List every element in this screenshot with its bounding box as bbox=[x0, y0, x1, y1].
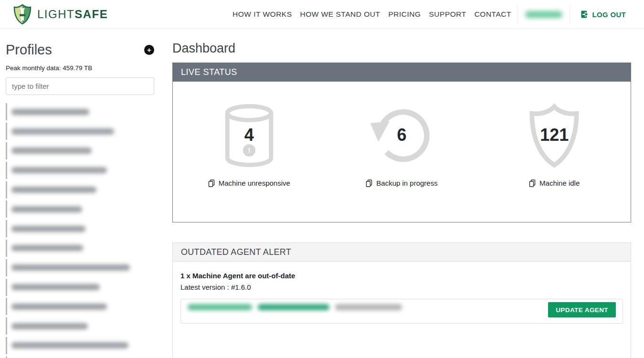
nav-how-we-stand-out[interactable]: HOW WE STAND OUT bbox=[300, 10, 380, 19]
brand-logo[interactable]: LIGHTSAFE bbox=[13, 4, 108, 25]
profile-item-bar bbox=[6, 123, 7, 140]
profile-item[interactable] bbox=[6, 122, 167, 141]
nav-support[interactable]: SUPPORT bbox=[429, 10, 466, 19]
outdated-agent-panel: OUTDATED AGENT ALERT 1 x Machine Agent a… bbox=[172, 242, 631, 358]
live-status-panel: LIVE STATUS 4 ! bbox=[172, 63, 631, 222]
exit-door-icon bbox=[581, 11, 589, 18]
redacted-profile-name bbox=[11, 128, 114, 135]
redacted-profile-name bbox=[11, 226, 85, 232]
main-nav: HOW IT WORKS HOW WE STAND OUT PRICING SU… bbox=[232, 0, 511, 29]
profile-item[interactable] bbox=[6, 239, 167, 258]
outdated-summary: 1 x Machine Agent are out-of-date bbox=[180, 272, 623, 280]
latest-version: Latest version : #1.6.0 bbox=[180, 283, 623, 291]
profile-item-bar bbox=[6, 259, 7, 276]
redacted-profile-name bbox=[11, 323, 88, 329]
copy-icon[interactable] bbox=[366, 179, 372, 187]
profile-item-bar bbox=[6, 298, 7, 315]
nav-pricing[interactable]: PRICING bbox=[388, 10, 421, 19]
profile-item-bar bbox=[6, 200, 7, 218]
copy-icon[interactable] bbox=[529, 179, 536, 187]
profile-item[interactable] bbox=[6, 258, 167, 277]
profile-item[interactable] bbox=[6, 297, 167, 316]
profile-item[interactable] bbox=[6, 200, 167, 219]
logged-in-user bbox=[518, 11, 570, 18]
profile-item[interactable] bbox=[6, 141, 167, 161]
profile-item-bar bbox=[6, 162, 7, 179]
brand-name: LIGHTSAFE bbox=[37, 8, 108, 21]
redacted-agent-link[interactable] bbox=[188, 304, 402, 310]
redacted-username bbox=[525, 11, 562, 18]
profile-filter-input[interactable] bbox=[6, 77, 154, 95]
outdated-agent-body: 1 x Machine Agent are out-of-date Latest… bbox=[173, 262, 631, 358]
profiles-list bbox=[6, 102, 167, 358]
live-status-body: 4 ! Machine unresponsive bbox=[173, 82, 631, 222]
backup-count: 6 bbox=[397, 125, 406, 145]
alert-exclamation-icon: ! bbox=[243, 144, 255, 157]
header-right-group: LOG OUT bbox=[517, 0, 644, 29]
nav-how-it-works[interactable]: HOW IT WORKS bbox=[232, 10, 292, 19]
nav-contact[interactable]: CONTACT bbox=[475, 10, 511, 19]
outdated-agent-row: UPDATE AGENT bbox=[180, 299, 623, 324]
peak-monthly-data: Peak monthly data: 459.79 TB bbox=[6, 64, 167, 72]
status-label-backup: Backup in progress bbox=[376, 179, 437, 187]
redacted-agent-version bbox=[335, 304, 402, 310]
add-profile-button[interactable]: + bbox=[144, 45, 154, 55]
profile-item[interactable] bbox=[6, 316, 167, 336]
status-backup-in-progress: 6 Backup in progress bbox=[326, 82, 478, 222]
main-content: Dashboard LIVE STATUS bbox=[172, 29, 631, 358]
sidebar-title: Profiles bbox=[6, 42, 52, 58]
status-machine-idle: 121 Machine idle bbox=[478, 82, 631, 222]
profile-item[interactable] bbox=[6, 336, 167, 356]
lighthouse-shield-icon bbox=[13, 4, 32, 25]
redacted-profile-name bbox=[11, 304, 107, 310]
redacted-profile-name bbox=[11, 245, 83, 251]
profiles-sidebar: Profiles + Peak monthly data: 459.79 TB bbox=[0, 29, 167, 358]
page-title: Dashboard bbox=[172, 41, 631, 56]
profile-item-bar bbox=[6, 337, 7, 354]
logout-button[interactable]: LOG OUT bbox=[581, 11, 626, 19]
profile-item[interactable] bbox=[6, 180, 167, 200]
profile-item[interactable] bbox=[6, 219, 167, 239]
status-label-idle: Machine idle bbox=[539, 179, 580, 187]
outdated-agent-header: OUTDATED AGENT ALERT bbox=[173, 243, 631, 262]
redacted-profile-name bbox=[11, 264, 130, 271]
live-status-header: LIVE STATUS bbox=[173, 63, 631, 82]
logout-label: LOG OUT bbox=[592, 11, 626, 19]
profile-item[interactable] bbox=[6, 277, 167, 297]
restore-arrow-icon: 6 bbox=[371, 103, 433, 168]
redacted-profile-name bbox=[11, 147, 92, 154]
profile-item-bar bbox=[6, 220, 7, 237]
database-icon: 4 ! bbox=[222, 103, 276, 168]
idle-count: 121 bbox=[540, 125, 569, 145]
update-agent-button[interactable]: UPDATE AGENT bbox=[548, 302, 616, 317]
redacted-profile-name bbox=[11, 167, 107, 173]
redacted-agent-machine bbox=[258, 304, 329, 310]
status-label-unresponsive: Machine unresponsive bbox=[219, 179, 290, 187]
profile-item-bar bbox=[6, 103, 7, 120]
profile-item-bar bbox=[6, 142, 7, 159]
profile-item[interactable] bbox=[6, 355, 167, 358]
unresponsive-count: 4 bbox=[244, 125, 254, 145]
profile-item-bar bbox=[6, 181, 7, 199]
top-nav-bar: LIGHTSAFE HOW IT WORKS HOW WE STAND OUT … bbox=[0, 0, 644, 29]
copy-icon[interactable] bbox=[208, 179, 215, 187]
redacted-profile-name bbox=[11, 187, 96, 193]
profile-item-bar bbox=[6, 279, 7, 296]
redacted-profile-name bbox=[11, 109, 89, 115]
brand-name-bold: SAFE bbox=[74, 8, 108, 21]
profile-item-bar bbox=[6, 317, 7, 335]
profile-item[interactable] bbox=[6, 102, 167, 122]
profile-item-bar bbox=[6, 240, 7, 257]
page: LIGHTSAFE HOW IT WORKS HOW WE STAND OUT … bbox=[0, 0, 644, 358]
header-divider bbox=[570, 5, 570, 24]
redacted-profile-name bbox=[11, 284, 100, 290]
redacted-profile-name bbox=[11, 342, 128, 348]
status-machine-unresponsive: 4 ! Machine unresponsive bbox=[173, 82, 326, 222]
profile-item[interactable] bbox=[6, 160, 167, 180]
shield-icon: 121 bbox=[526, 103, 583, 168]
brand-name-light: LIGHT bbox=[37, 8, 74, 21]
redacted-agent-name bbox=[188, 304, 252, 310]
redacted-profile-name bbox=[11, 206, 82, 212]
